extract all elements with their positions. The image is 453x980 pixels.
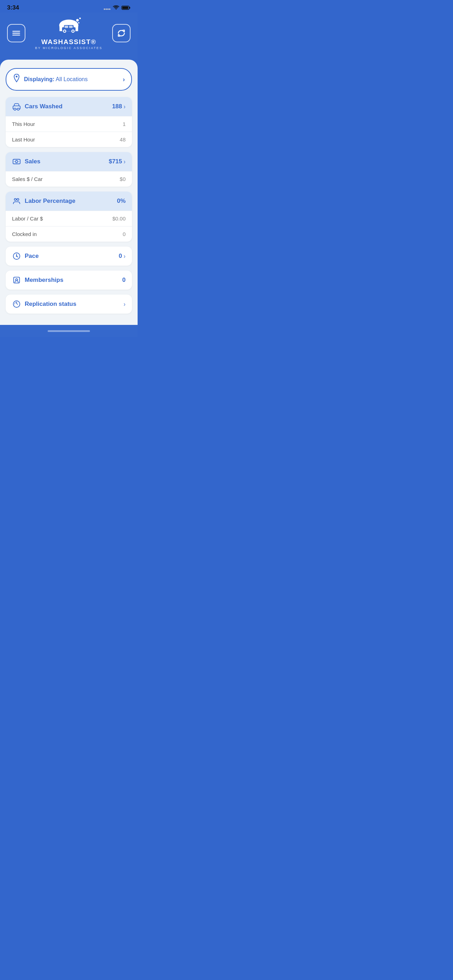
sales-per-car-label: Sales $ / Car	[12, 176, 43, 182]
location-selector[interactable]: Displaying: All Locations ›	[6, 68, 132, 91]
this-hour-value: 1	[123, 121, 126, 127]
clocked-in-value: 0	[123, 231, 126, 237]
location-label: Displaying: All Locations	[24, 76, 88, 83]
menu-button[interactable]	[7, 24, 25, 42]
labor-per-car-row: Labor / Car $ $0.00	[6, 211, 132, 226]
svg-point-14	[76, 19, 79, 22]
this-hour-row: This Hour 1	[6, 116, 132, 132]
pin-icon	[13, 74, 21, 83]
svg-point-33	[14, 199, 17, 201]
refresh-icon	[117, 29, 126, 38]
svg-rect-37	[14, 277, 20, 283]
labor-header[interactable]: Labor Percentage 0%	[6, 192, 132, 211]
svg-point-25	[16, 76, 17, 78]
cars-washed-card: Cars Washed 188 › This Hour 1 Last Hour …	[6, 97, 132, 147]
car-wash-icon	[12, 102, 21, 111]
labor-per-car-label: Labor / Car $	[12, 216, 43, 221]
labor-card: Labor Percentage 0% Labor / Car $ $0.00 …	[6, 192, 132, 242]
labor-title: Labor Percentage	[25, 197, 75, 205]
svg-rect-6	[122, 7, 129, 9]
svg-point-15	[79, 18, 81, 19]
replication-status-title: Replication status	[25, 301, 76, 308]
app-sub: BY MICROLOGIC ASSOCIATES	[35, 46, 102, 50]
labor-icon	[12, 196, 21, 206]
svg-point-0	[104, 8, 105, 10]
pace-card[interactable]: Pace 0 ›	[6, 247, 132, 266]
replication-status-card[interactable]: Replication status ›	[6, 294, 132, 313]
cars-washed-title: Cars Washed	[25, 103, 62, 110]
svg-point-32	[19, 161, 19, 162]
sales-card: Sales $715 › Sales $ / Car $0	[6, 152, 132, 187]
replication-icon	[12, 299, 21, 309]
cars-washed-header[interactable]: Cars Washed 188 ›	[6, 97, 132, 116]
pace-value: 0 ›	[119, 253, 126, 260]
pace-icon	[12, 251, 21, 261]
location-pin-icon	[13, 74, 21, 85]
main-content: Displaying: All Locations › Cars Washed …	[0, 60, 138, 325]
location-chevron-icon: ›	[123, 76, 125, 83]
refresh-button[interactable]	[112, 24, 130, 42]
sales-value: $715 ›	[109, 158, 126, 165]
replication-status-chevron: ›	[124, 301, 126, 308]
memberships-card[interactable]: Memberships 0	[6, 270, 132, 290]
memberships-icon	[12, 275, 21, 285]
sales-per-car-value: $0	[119, 176, 126, 182]
logo-icon	[51, 16, 86, 37]
battery-icon	[121, 5, 130, 10]
sales-per-car-row: Sales $ / Car $0	[6, 171, 132, 187]
app-header: WASHASSIST® BY MICROLOGIC ASSOCIATES	[0, 13, 138, 60]
svg-point-28	[17, 108, 19, 110]
sales-chevron-icon: ›	[124, 158, 126, 165]
svg-rect-19	[65, 26, 68, 28]
this-hour-label: This Hour	[12, 121, 35, 127]
labor-per-car-value: $0.00	[112, 216, 126, 221]
labor-value: 0%	[117, 197, 126, 205]
signal-icon	[104, 6, 111, 10]
svg-point-31	[14, 161, 15, 162]
svg-point-16	[78, 22, 79, 24]
svg-point-34	[17, 199, 19, 201]
memberships-title: Memberships	[25, 277, 64, 284]
sales-title: Sales	[25, 158, 40, 165]
pace-chevron-icon: ›	[124, 253, 126, 260]
last-hour-value: 48	[119, 137, 126, 143]
sales-header[interactable]: Sales $715 ›	[6, 152, 132, 171]
location-left: Displaying: All Locations	[13, 74, 88, 85]
menu-icon	[12, 29, 21, 38]
svg-point-27	[14, 108, 16, 110]
replication-chevron-icon: ›	[124, 301, 126, 308]
bottom-bar	[0, 325, 138, 337]
svg-point-24	[72, 30, 74, 32]
cars-washed-value: 188 ›	[112, 103, 126, 110]
cars-washed-chevron-icon: ›	[124, 103, 126, 110]
svg-rect-5	[129, 7, 130, 9]
home-indicator	[48, 330, 90, 332]
svg-point-1	[105, 8, 107, 10]
sales-icon	[12, 157, 21, 166]
svg-point-3	[109, 8, 110, 10]
svg-point-22	[64, 30, 66, 32]
memberships-value: 0	[122, 277, 126, 284]
app-logo: WASHASSIST® BY MICROLOGIC ASSOCIATES	[35, 16, 102, 50]
svg-point-2	[107, 8, 109, 10]
svg-point-30	[16, 161, 18, 163]
clocked-in-row: Clocked in 0	[6, 226, 132, 242]
last-hour-label: Last Hour	[12, 137, 35, 143]
last-hour-row: Last Hour 48	[6, 132, 132, 147]
app-name: WASHASSIST®	[41, 38, 96, 46]
wifi-icon	[113, 5, 119, 10]
status-bar: 3:34	[0, 0, 138, 13]
svg-rect-20	[69, 26, 73, 28]
status-time: 3:34	[7, 4, 19, 11]
pace-title: Pace	[25, 253, 39, 259]
clocked-in-label: Clocked in	[12, 231, 37, 237]
status-icons	[104, 5, 130, 10]
